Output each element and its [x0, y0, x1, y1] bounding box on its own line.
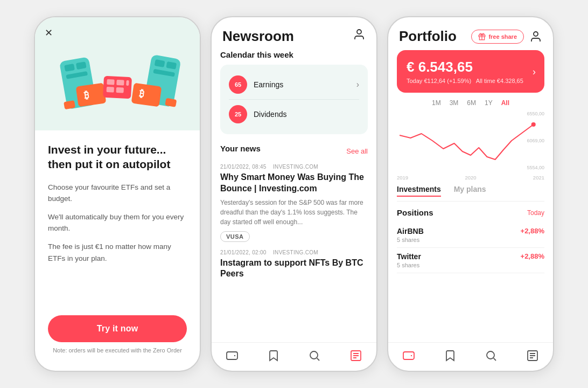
svg-point-30 — [487, 351, 494, 359]
portfolio-amount: € 6.543,65 — [407, 59, 535, 75]
portfolio-arrow: › — [533, 66, 536, 77]
phone1-note: Note: orders will be executed with the Z… — [48, 347, 187, 355]
phone3-navbar — [388, 342, 553, 371]
svg-point-27 — [534, 32, 538, 36]
phone1-content: Invest in your future... then put it on … — [35, 130, 200, 371]
svg-rect-23 — [227, 352, 237, 359]
phone1-title: Invest in your future... then put it on … — [48, 142, 187, 172]
nav-bookmark-icon[interactable] — [267, 349, 280, 362]
calendar-item-dividends[interactable]: 25 Dividends — [229, 99, 359, 127]
nav-wallet-icon-p3[interactable] — [402, 349, 415, 362]
twitter-name: Twitter — [397, 252, 421, 261]
twitter-change: +2,88% — [521, 252, 544, 260]
chart-x-labels: 2019 2020 2021 — [397, 175, 544, 185]
investments-tabs: Investments My plans — [397, 185, 544, 202]
positions-title: Positions — [397, 208, 433, 217]
svg-point-28 — [531, 122, 536, 127]
nav-bookmark-icon-p3[interactable] — [444, 349, 457, 362]
airbnb-change: +2,88% — [521, 227, 544, 235]
nav-search-icon[interactable] — [308, 349, 321, 362]
chart-svg — [397, 111, 544, 170]
svg-rect-6 — [76, 83, 107, 107]
earnings-badge: 65 — [229, 75, 247, 94]
nav-search-icon-p3[interactable] — [485, 349, 498, 362]
phone1-desc2: We'll automatically buy them for you eve… — [48, 211, 187, 234]
free-share-button[interactable]: free share — [471, 30, 524, 44]
portfolio-sub: Today €112,64 (+1.59%) All time €4.328,6… — [407, 78, 535, 84]
phone1-hero: ✕ ₿ — [35, 17, 200, 130]
airbnb-shares: 5 shares — [397, 237, 424, 243]
filter-6m[interactable]: 6M — [467, 99, 476, 107]
gift-icon — [478, 33, 486, 40]
svg-rect-20 — [131, 83, 162, 107]
portfolio-card[interactable]: € 6.543,65 Today €112,64 (+1.59%) All ti… — [397, 50, 544, 93]
phone2-navbar — [212, 342, 376, 371]
filter-1y[interactable]: 1Y — [485, 99, 493, 107]
svg-rect-10 — [116, 80, 124, 86]
portfolio-title: Portfolio — [399, 28, 457, 45]
chart-x-2019: 2019 — [397, 175, 408, 181]
news-meta-1: 21/01/2022, 08:45 INVESTING.COM — [220, 164, 368, 170]
close-icon[interactable]: ✕ — [45, 27, 53, 39]
free-share-label: free share — [488, 33, 517, 40]
filter-3m[interactable]: 3M — [450, 99, 459, 107]
position-twitter[interactable]: Twitter 5 shares +2,88% — [397, 248, 544, 273]
see-all-link[interactable]: See all — [346, 147, 368, 155]
svg-rect-13 — [116, 87, 124, 93]
news-header: Your news See all — [220, 144, 368, 158]
phone2-header: Newsroom — [212, 17, 376, 50]
calendar-item-earnings[interactable]: 65 Earnings › — [229, 72, 359, 97]
svg-point-22 — [357, 30, 361, 34]
calendar-card: 65 Earnings › 25 Dividends — [220, 65, 368, 134]
news-title-2: Instagram to support NFTs By BTC Peers — [220, 258, 368, 280]
position-airbnb[interactable]: AirBNB 5 shares +2,88% — [397, 223, 544, 248]
phone-2: Newsroom Calendar this week 65 Earnings … — [211, 16, 377, 372]
news-meta-2: 21/01/2022, 02:00 INVESTING.COM — [220, 250, 368, 255]
today-label: Today — [527, 209, 544, 217]
dividends-label: Dividends — [254, 110, 359, 119]
phone1-desc1: Choose your favourite ETFs and set a bud… — [48, 182, 187, 205]
time-filters: 1M 3M 6M 1Y All — [397, 99, 544, 107]
user-icon — [353, 28, 366, 41]
phone2-content: Calendar this week 65 Earnings › 25 Divi… — [212, 50, 376, 342]
chart-x-2020: 2020 — [465, 175, 476, 181]
chart-x-2021: 2021 — [533, 175, 544, 181]
news-title-1: Why Smart Money Was Buying The Bounce | … — [220, 172, 368, 195]
svg-point-24 — [310, 351, 318, 359]
phone3-header: Portfolio free share — [388, 17, 553, 50]
earnings-label: Earnings — [254, 80, 350, 89]
phone1-desc3: The fee is just €1 no matter how many ET… — [48, 241, 187, 264]
svg-rect-11 — [126, 80, 129, 86]
phone-1: ✕ ₿ — [34, 16, 201, 372]
phone-3: Portfolio free share € 6.543,65 Today €1… — [387, 16, 554, 372]
airbnb-name: AirBNB — [397, 227, 424, 235]
filter-all[interactable]: All — [501, 99, 509, 107]
phones-container: ✕ ₿ — [23, 5, 565, 383]
nav-news-icon[interactable] — [349, 349, 362, 362]
news-item-1[interactable]: 21/01/2022, 08:45 INVESTING.COM Why Smar… — [220, 164, 368, 242]
filter-1m[interactable]: 1M — [432, 99, 441, 107]
news-item-2[interactable]: 21/01/2022, 02:00 INVESTING.COM Instagra… — [220, 250, 368, 280]
portfolio-chart: 6550,00 6069,00 5554,00 — [397, 111, 544, 170]
newsroom-title: Newsroom — [222, 28, 294, 45]
news-excerpt-1: Yesterday's session for the S&P 500 was … — [220, 198, 368, 227]
positions-header: Positions Today — [397, 208, 544, 217]
earnings-arrow: › — [356, 80, 359, 89]
dividends-badge: 25 — [229, 105, 247, 123]
svg-rect-9 — [107, 79, 115, 85]
robot-illustration-svg: ₿ — [47, 25, 187, 122]
svg-rect-12 — [107, 87, 115, 93]
svg-rect-29 — [403, 352, 414, 359]
tab-my-plans[interactable]: My plans — [454, 185, 486, 197]
try-it-now-button[interactable]: Try it now — [48, 315, 187, 342]
phone1-cta: Try it now Note: orders will be executed… — [48, 315, 187, 355]
illustration: ₿ — [35, 17, 200, 130]
your-news-label: Your news — [220, 144, 261, 153]
user-icon-portfolio — [529, 30, 542, 43]
tab-investments[interactable]: Investments — [397, 185, 441, 197]
news-tag-1[interactable]: VUSA — [220, 231, 250, 242]
nav-wallet-icon[interactable] — [226, 349, 239, 362]
phone3-content: 1M 3M 6M 1Y All 6550,00 6069,00 — [388, 99, 553, 342]
calendar-label: Calendar this week — [220, 50, 368, 59]
nav-news-icon-p3[interactable] — [526, 349, 539, 362]
